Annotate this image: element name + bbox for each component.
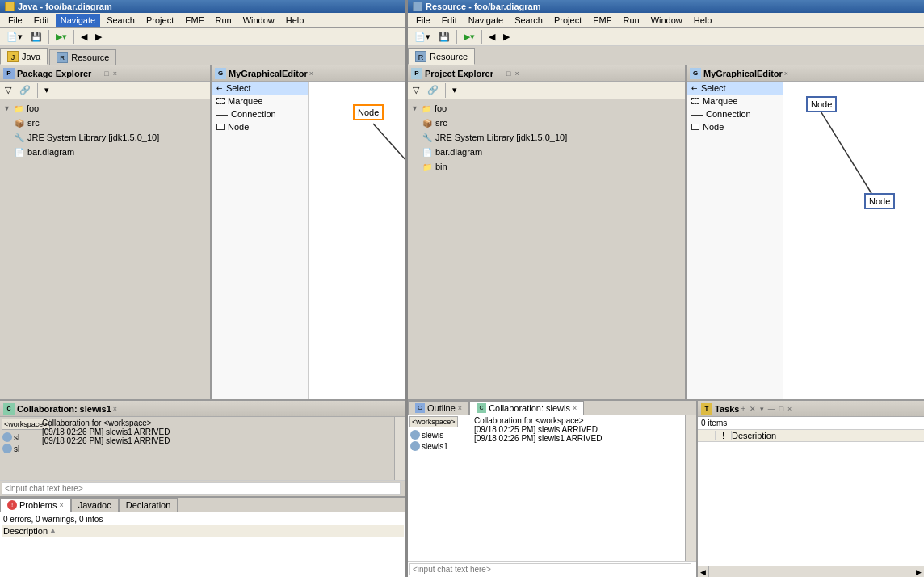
gfx-right-close-btn[interactable]: ×	[783, 69, 790, 78]
collab-chat-input-right[interactable]	[410, 563, 691, 575]
toolbar-new-btn-r[interactable]: 📄▾	[411, 30, 434, 44]
collab-scroll-right[interactable]	[685, 415, 696, 561]
toolbar-run-btn-r[interactable]: ▶▾	[460, 30, 478, 44]
menu-edit-left[interactable]: Edit	[29, 14, 54, 27]
scroll-right-btn[interactable]: ▶	[913, 566, 924, 577]
problems-tab-close-left[interactable]: ×	[59, 501, 63, 509]
pkg-collapse-btn[interactable]: ▽	[2, 83, 15, 97]
tasks-minimize-btn[interactable]: —	[766, 404, 777, 414]
tree-item-jre-left[interactable]: 🔧 JRE System Library [jdk1.5.0_10]	[2, 130, 208, 145]
menu-file-left[interactable]: File	[3, 14, 27, 27]
workspace-btn-right[interactable]: <workspace>	[410, 416, 458, 427]
canvas-node-1-right[interactable]: Node	[806, 96, 837, 112]
menu-emf-left[interactable]: EMF	[180, 14, 208, 27]
perspective-resource-left[interactable]: R Resource	[49, 49, 116, 65]
select-cursor-icon-right: ↖	[690, 83, 700, 94]
collab-left-close-btn[interactable]: ×	[111, 404, 119, 414]
menu-edit-right[interactable]: Edit	[437, 14, 462, 27]
palette-select-left[interactable]: ↖ Select	[212, 82, 308, 95]
package-explorer-title-bar: P Package Explorer	[3, 68, 91, 79]
palette-node-left[interactable]: Node	[212, 120, 308, 133]
tasks-scrollbar-h[interactable]: ◀ ▶	[698, 566, 924, 577]
palette-node-right[interactable]: Node	[687, 120, 783, 133]
tab-problems-left[interactable]: ! Problems ×	[0, 498, 71, 512]
tasks-maximize-btn[interactable]: □	[778, 404, 785, 414]
pkg-menu-btn[interactable]: ▾	[41, 83, 52, 97]
canvas-node-2-right[interactable]: Node	[864, 193, 895, 209]
menu-search-left[interactable]: Search	[102, 14, 140, 27]
menu-navigate-left[interactable]: Navigate	[56, 14, 100, 27]
tree-item-foo-right[interactable]: ▼ 📁 foo	[410, 101, 683, 116]
menu-run-right[interactable]: Run	[618, 14, 644, 27]
collab-scroll-left[interactable]	[394, 417, 405, 480]
proj-minimize-btn[interactable]: —	[494, 69, 504, 78]
pkg-maximize-btn[interactable]: □	[103, 69, 110, 78]
pkg-minimize-btn[interactable]: —	[91, 69, 102, 78]
menu-help-left[interactable]: Help	[281, 14, 309, 27]
perspective-resource-right[interactable]: R Resource	[408, 48, 475, 65]
toolbar-save-btn[interactable]: 💾	[27, 30, 45, 44]
tasks-close-btn[interactable]: ×	[786, 404, 793, 414]
tree-item-src-left[interactable]: 📦 src	[2, 116, 208, 130]
menu-search-right[interactable]: Search	[510, 14, 548, 27]
toolbar-new-btn[interactable]: 📄▾	[3, 30, 26, 44]
proj-menu-btn[interactable]: ▾	[449, 83, 460, 97]
tab-declaration-left[interactable]: Declaration	[119, 498, 178, 512]
toolbar-run-btn[interactable]: ▶▾	[52, 30, 70, 44]
package-explorer-title: Package Explorer	[17, 69, 91, 78]
palette-connection-left[interactable]: Connection	[212, 107, 308, 120]
collab-msg-3-right: [09/18 02:26 PM] slewis1 ARRIVED	[474, 434, 683, 443]
proj-link-btn[interactable]: 🔗	[424, 83, 442, 97]
toolbar-back-btn-r[interactable]: ◀	[485, 30, 498, 44]
perspective-java[interactable]: J Java	[0, 48, 48, 65]
tree-item-jre-right[interactable]: 🔧 JRE System Library [jdk1.5.0_10]	[410, 130, 683, 145]
tasks-delete-btn[interactable]: ✕	[748, 404, 758, 414]
proj-close-btn[interactable]: ×	[513, 69, 520, 78]
outline-tab-close-right[interactable]: ×	[458, 404, 462, 412]
pkg-link-btn[interactable]: 🔗	[16, 83, 34, 97]
tasks-add-btn[interactable]: +	[739, 404, 746, 414]
tree-item-bardiagram-right[interactable]: 📄 bar.diagram	[410, 145, 683, 159]
gfx-left-close-btn[interactable]: ×	[308, 69, 315, 78]
tree-item-src-right[interactable]: 📦 src	[410, 116, 683, 130]
toolbar-save-btn-r[interactable]: 💾	[435, 30, 453, 44]
collab-chat-input-left[interactable]	[2, 482, 401, 495]
user-avatar-2-left	[2, 444, 12, 453]
palette-marquee-left[interactable]: Marquee	[212, 95, 308, 107]
toolbar-fwd-btn-r[interactable]: ▶	[500, 30, 513, 44]
tab-javadoc-left[interactable]: Javadoc	[71, 498, 119, 512]
toolbar-back-btn[interactable]: ◀	[78, 30, 90, 44]
tree-label-foo: foo	[27, 103, 39, 113]
canvas-right[interactable]: Node Node	[783, 82, 924, 399]
collab-tab-close-right[interactable]: ×	[573, 404, 577, 412]
gfx-editor-left-controls: ×	[308, 69, 315, 78]
menu-window-left[interactable]: Window	[238, 14, 279, 27]
toolbar-fwd-btn[interactable]: ▶	[92, 30, 105, 44]
tasks-header: T Tasks + ✕ ▾ — □ ×	[698, 401, 924, 417]
menu-file-right[interactable]: File	[411, 14, 435, 27]
palette-select-right[interactable]: ↖ Select	[687, 82, 783, 95]
menu-project-left[interactable]: Project	[141, 14, 178, 27]
palette-connection-right[interactable]: Connection	[687, 107, 783, 120]
marquee-icon-right	[691, 98, 699, 104]
menu-run-left[interactable]: Run	[210, 14, 236, 27]
menu-window-right[interactable]: Window	[646, 14, 687, 27]
proj-maximize-btn[interactable]: □	[505, 69, 512, 78]
menu-navigate-right[interactable]: Navigate	[464, 14, 508, 27]
tab-javadoc-label-left: Javadoc	[78, 500, 111, 510]
proj-collapse-btn[interactable]: ▽	[410, 83, 422, 97]
menu-help-right[interactable]: Help	[689, 14, 717, 27]
canvas-left[interactable]: Node Nod	[309, 82, 405, 399]
pkg-close-btn[interactable]: ×	[111, 69, 119, 78]
menu-emf-right[interactable]: EMF	[588, 14, 616, 27]
tree-item-foo-left[interactable]: ▼ 📁 foo	[2, 101, 208, 116]
tab-collab-right[interactable]: C Collaboration: slewis ×	[469, 401, 584, 415]
tab-outline-right[interactable]: O Outline ×	[408, 401, 469, 415]
tasks-filter-btn[interactable]: ▾	[758, 404, 766, 414]
scroll-left-btn[interactable]: ◀	[698, 566, 709, 577]
canvas-node-1-left[interactable]: Node	[353, 104, 384, 120]
menu-project-right[interactable]: Project	[549, 14, 586, 27]
tree-item-bin-right[interactable]: 📁 bin	[410, 159, 683, 174]
palette-marquee-right[interactable]: Marquee	[687, 95, 783, 107]
tree-item-bardiagram-left[interactable]: 📄 bar.diagram	[2, 145, 208, 159]
